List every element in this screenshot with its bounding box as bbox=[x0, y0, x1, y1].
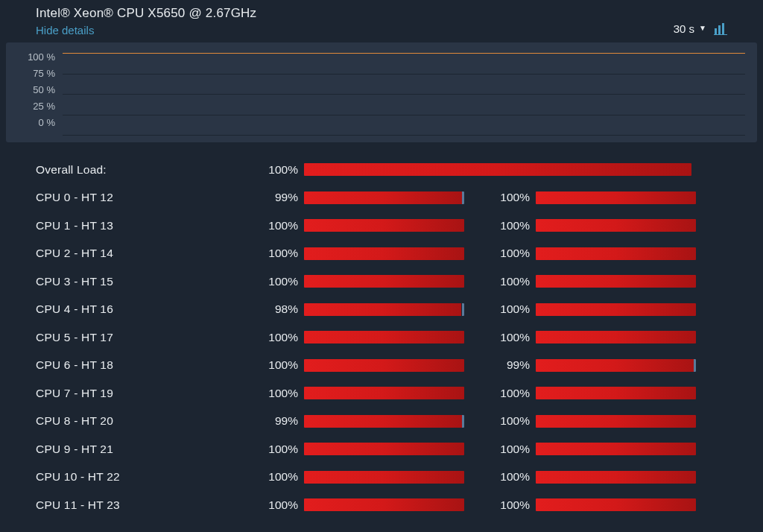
cpu-load-list: Overall Load:100%CPU 0 - HT 1299%100%CPU… bbox=[0, 142, 763, 519]
load-bar bbox=[304, 498, 464, 511]
load-bar-tick bbox=[462, 191, 464, 204]
row-label: CPU 5 - HT 17 bbox=[36, 331, 259, 344]
load-bar-fill bbox=[304, 191, 463, 204]
load-percent: 100% bbox=[259, 247, 304, 260]
load-bar bbox=[304, 163, 691, 176]
load-bar bbox=[304, 359, 464, 372]
load-bar-tick bbox=[694, 359, 696, 372]
header-left: Intel® Xeon® CPU X5650 @ 2.67GHz Hide de… bbox=[36, 6, 256, 37]
load-bar bbox=[536, 219, 696, 232]
time-range-selector[interactable]: 30 s ▼ bbox=[674, 22, 706, 35]
load-bar bbox=[304, 415, 464, 428]
history-graph-panel: 100 %75 %50 %25 %0 % bbox=[6, 42, 757, 142]
load-percent: 100% bbox=[259, 498, 304, 512]
graph-plot-area bbox=[63, 53, 745, 135]
y-tick-label: 100 % bbox=[18, 53, 63, 69]
load-percent: 100% bbox=[491, 498, 536, 512]
load-bar-fill bbox=[536, 443, 696, 455]
load-bar-fill bbox=[304, 387, 464, 399]
load-percent: 99% bbox=[491, 358, 536, 372]
load-percent: 99% bbox=[259, 191, 304, 204]
gridline bbox=[63, 115, 745, 115]
cpu-core-row: CPU 2 - HT 14100%100% bbox=[36, 240, 727, 268]
load-bar-fill bbox=[304, 219, 464, 232]
gridline bbox=[63, 135, 745, 136]
load-percent: 100% bbox=[491, 443, 536, 456]
hide-details-link[interactable]: Hide details bbox=[36, 24, 256, 37]
y-tick-label: 50 % bbox=[18, 86, 63, 102]
load-bar-fill bbox=[536, 331, 696, 343]
cpu-core-row: CPU 1 - HT 13100%100% bbox=[36, 212, 727, 240]
load-percent: 100% bbox=[259, 275, 304, 288]
load-percent: 100% bbox=[259, 331, 304, 344]
load-bar-tick bbox=[462, 303, 464, 316]
row-label: CPU 7 - HT 19 bbox=[36, 387, 259, 400]
load-bar-fill bbox=[536, 219, 696, 232]
load-percent: 100% bbox=[491, 470, 536, 484]
load-bar bbox=[304, 331, 464, 343]
load-bar bbox=[536, 303, 696, 316]
cpu-core-row: CPU 3 - HT 15100%100% bbox=[36, 267, 727, 296]
row-label: CPU 8 - HT 20 bbox=[36, 414, 259, 428]
cpu-core-row: CPU 9 - HT 21100%100% bbox=[36, 435, 727, 463]
load-bar-fill bbox=[304, 331, 464, 343]
load-bar-fill bbox=[304, 163, 691, 176]
cpu-core-row: CPU 0 - HT 1299%100% bbox=[36, 184, 727, 212]
load-bar bbox=[536, 359, 696, 372]
y-tick-label: 75 % bbox=[18, 69, 63, 86]
y-tick-label: 25 % bbox=[18, 102, 63, 118]
load-bar bbox=[304, 471, 464, 484]
row-label: Overall Load: bbox=[36, 163, 259, 177]
load-bar-fill bbox=[536, 275, 696, 288]
row-label: CPU 10 - HT 22 bbox=[36, 470, 259, 484]
load-percent: 100% bbox=[491, 275, 536, 288]
load-percent: 100% bbox=[259, 470, 304, 484]
load-bar-fill bbox=[536, 247, 696, 260]
load-bar bbox=[536, 415, 696, 428]
cpu-core-row: CPU 4 - HT 1698%100% bbox=[36, 296, 727, 324]
load-bar-fill bbox=[304, 359, 464, 372]
load-bar-tick bbox=[462, 415, 464, 428]
load-bar bbox=[536, 443, 696, 455]
load-bar bbox=[536, 471, 696, 484]
y-tick-label: 0 % bbox=[18, 118, 63, 135]
load-percent: 100% bbox=[259, 443, 304, 456]
cpu-core-row: CPU 8 - HT 2099%100% bbox=[36, 408, 727, 436]
load-bar bbox=[304, 275, 464, 288]
load-percent: 100% bbox=[491, 387, 536, 400]
cpu-title: Intel® Xeon® CPU X5650 @ 2.67GHz bbox=[36, 6, 256, 21]
graph-y-axis: 100 %75 %50 %25 %0 % bbox=[18, 53, 63, 135]
overall-load-row: Overall Load:100% bbox=[36, 156, 727, 184]
load-percent: 100% bbox=[491, 303, 536, 316]
load-bar-fill bbox=[304, 443, 464, 455]
load-percent: 100% bbox=[491, 247, 536, 260]
load-percent: 100% bbox=[491, 414, 536, 428]
load-bar bbox=[536, 247, 696, 260]
row-label: CPU 11 - HT 23 bbox=[36, 498, 259, 512]
load-bar-fill bbox=[536, 303, 696, 316]
bar-chart-icon[interactable] bbox=[714, 23, 727, 35]
load-bar-fill bbox=[536, 191, 696, 204]
row-label: CPU 0 - HT 12 bbox=[36, 191, 259, 204]
load-bar-fill bbox=[304, 275, 464, 288]
svg-rect-1 bbox=[718, 25, 721, 34]
load-bar-fill bbox=[304, 415, 463, 428]
load-percent: 100% bbox=[259, 163, 304, 177]
load-bar bbox=[536, 387, 696, 399]
load-percent: 100% bbox=[259, 387, 304, 400]
load-bar-fill bbox=[536, 498, 696, 511]
load-percent: 98% bbox=[259, 303, 304, 316]
row-label: CPU 1 - HT 13 bbox=[36, 219, 259, 232]
load-bar bbox=[304, 303, 464, 316]
load-bar bbox=[304, 443, 464, 455]
load-bar-fill bbox=[304, 303, 461, 316]
cpu-core-row: CPU 5 - HT 17100%100% bbox=[36, 323, 727, 352]
time-range-value: 30 s bbox=[674, 22, 694, 35]
load-percent: 100% bbox=[491, 191, 536, 204]
svg-rect-2 bbox=[722, 23, 724, 34]
svg-rect-0 bbox=[715, 28, 717, 34]
header: Intel® Xeon® CPU X5650 @ 2.67GHz Hide de… bbox=[0, 6, 763, 42]
cpu-core-row: CPU 6 - HT 18100%99% bbox=[36, 352, 727, 380]
load-bar-fill bbox=[304, 247, 464, 260]
load-bar bbox=[304, 247, 464, 260]
